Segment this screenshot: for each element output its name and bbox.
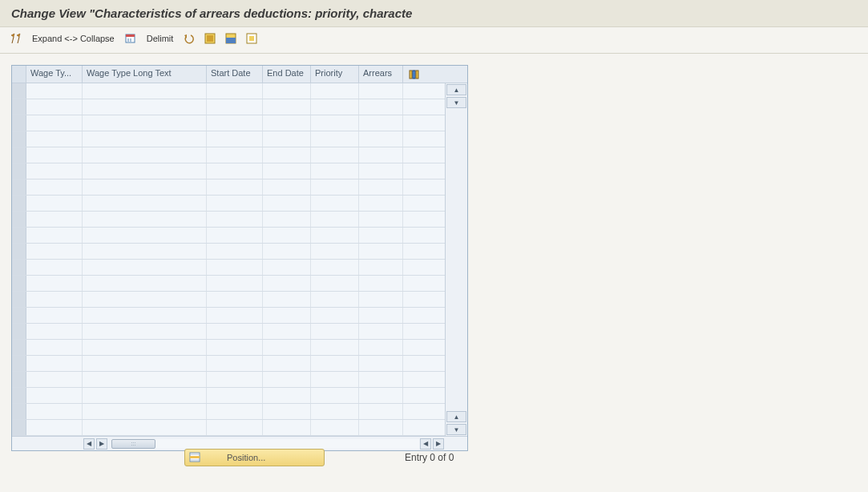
cell-priority[interactable] [311, 99, 359, 115]
row-selector[interactable] [12, 83, 26, 99]
cell-wage-type-long[interactable] [83, 356, 207, 371]
cell-end-date[interactable] [263, 276, 311, 291]
cell-wage-type[interactable] [26, 404, 83, 419]
cell-arrears[interactable] [359, 228, 403, 243]
cell-priority[interactable] [311, 324, 359, 339]
cell-priority[interactable] [311, 420, 359, 435]
column-header-start-date[interactable]: Start Date [207, 66, 263, 83]
scroll-track-vertical[interactable] [446, 109, 467, 410]
cell-end-date[interactable] [263, 99, 311, 115]
cell-end-date[interactable] [263, 404, 311, 419]
cell-arrears[interactable] [359, 420, 403, 435]
cell-wage-type[interactable] [26, 196, 83, 211]
cell-wage-type[interactable] [26, 212, 83, 227]
cell-wage-type[interactable] [26, 260, 83, 275]
cell-arrears[interactable] [359, 244, 403, 259]
cell-wage-type-long[interactable] [83, 163, 207, 179]
row-selector[interactable] [12, 115, 26, 131]
toggle-edit-icon[interactable] [8, 30, 24, 46]
cell-priority[interactable] [311, 131, 359, 147]
cell-priority[interactable] [311, 276, 359, 291]
scroll-right-page-button[interactable]: ◀ [420, 438, 431, 450]
cell-arrears[interactable] [359, 99, 403, 115]
cell-wage-type[interactable] [26, 244, 83, 259]
cell-start-date[interactable] [207, 83, 263, 99]
cell-start-date[interactable] [207, 340, 263, 355]
cell-start-date[interactable] [207, 372, 263, 387]
cell-priority[interactable] [311, 147, 359, 163]
select-all-icon[interactable] [202, 30, 218, 46]
scroll-track-horizontal[interactable] [155, 439, 419, 449]
cell-arrears[interactable] [359, 308, 403, 323]
cell-start-date[interactable] [207, 228, 263, 243]
cell-wage-type-long[interactable] [83, 115, 207, 131]
cell-wage-type[interactable] [26, 292, 83, 307]
cell-wage-type-long[interactable] [83, 228, 207, 243]
cell-wage-type-long[interactable] [83, 244, 207, 259]
cell-wage-type[interactable] [26, 356, 83, 371]
cell-wage-type-long[interactable] [83, 420, 207, 435]
cell-wage-type[interactable] [26, 324, 83, 339]
column-header-wage-type-long[interactable]: Wage Type Long Text [83, 66, 207, 83]
cell-start-date[interactable] [207, 163, 263, 179]
scroll-left-page-button[interactable]: ▶ [96, 438, 107, 450]
delimit-icon[interactable] [123, 30, 139, 46]
row-selector[interactable] [12, 292, 26, 307]
cell-wage-type-long[interactable] [83, 131, 207, 147]
cell-end-date[interactable] [263, 115, 311, 131]
cell-start-date[interactable] [207, 276, 263, 291]
row-selector[interactable] [12, 131, 26, 147]
cell-end-date[interactable] [263, 340, 311, 355]
cell-end-date[interactable] [263, 179, 311, 195]
scroll-thumb-horizontal[interactable]: ::: [111, 439, 155, 449]
column-header-end-date[interactable]: End Date [263, 66, 311, 83]
cell-start-date[interactable] [207, 388, 263, 403]
delimit-button[interactable]: Delimit [143, 32, 177, 45]
cell-priority[interactable] [311, 340, 359, 355]
cell-end-date[interactable] [263, 131, 311, 147]
cell-wage-type[interactable] [26, 115, 83, 131]
scroll-down-page-button[interactable]: ▲ [446, 411, 466, 422]
cell-wage-type[interactable] [26, 276, 83, 291]
cell-wage-type-long[interactable] [83, 292, 207, 307]
row-selector-header[interactable] [12, 66, 26, 83]
cell-end-date[interactable] [263, 83, 311, 99]
column-header-priority[interactable]: Priority [311, 66, 359, 83]
row-selector[interactable] [12, 196, 26, 211]
cell-start-date[interactable] [207, 292, 263, 307]
cell-wage-type-long[interactable] [83, 179, 207, 195]
cell-wage-type[interactable] [26, 83, 83, 99]
row-selector[interactable] [12, 372, 26, 387]
cell-wage-type[interactable] [26, 131, 83, 147]
row-selector[interactable] [12, 404, 26, 419]
cell-priority[interactable] [311, 196, 359, 211]
cell-end-date[interactable] [263, 324, 311, 339]
cell-wage-type-long[interactable] [83, 212, 207, 227]
scroll-left-button[interactable]: ◀ [83, 438, 95, 450]
cell-end-date[interactable] [263, 163, 311, 179]
row-selector[interactable] [12, 340, 26, 355]
cell-end-date[interactable] [263, 388, 311, 403]
cell-start-date[interactable] [207, 196, 263, 211]
row-selector[interactable] [12, 420, 26, 435]
cell-arrears[interactable] [359, 356, 403, 371]
cell-wage-type[interactable] [26, 163, 83, 179]
cell-wage-type[interactable] [26, 179, 83, 195]
cell-priority[interactable] [311, 404, 359, 419]
cell-arrears[interactable] [359, 404, 403, 419]
configure-columns-icon[interactable] [403, 66, 426, 83]
cell-arrears[interactable] [359, 292, 403, 307]
cell-wage-type-long[interactable] [83, 99, 207, 115]
cell-arrears[interactable] [359, 147, 403, 163]
cell-wage-type[interactable] [26, 340, 83, 355]
scroll-down-button[interactable]: ▼ [446, 424, 466, 435]
cell-start-date[interactable] [207, 404, 263, 419]
scroll-up-button[interactable]: ▲ [446, 84, 466, 95]
cell-start-date[interactable] [207, 131, 263, 147]
row-selector[interactable] [12, 308, 26, 323]
cell-end-date[interactable] [263, 212, 311, 227]
cell-end-date[interactable] [263, 244, 311, 259]
cell-arrears[interactable] [359, 115, 403, 131]
cell-priority[interactable] [311, 115, 359, 131]
undo-icon[interactable] [181, 30, 197, 46]
